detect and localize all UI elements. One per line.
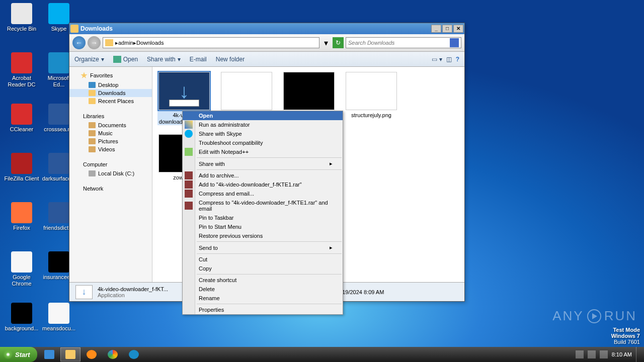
taskbar-wmp[interactable] xyxy=(82,347,102,361)
search-input[interactable] xyxy=(348,40,450,46)
status-date: 6/19/2024 8:09 AM xyxy=(338,289,458,295)
app-icon xyxy=(48,52,69,73)
folder-icon xyxy=(70,25,78,33)
sidebar-item-videos[interactable]: Videos xyxy=(69,145,152,153)
maximize-button[interactable]: □ xyxy=(442,25,452,33)
ctx-pintaskbar[interactable]: Pin to Taskbar xyxy=(183,213,343,222)
network-header[interactable]: Network xyxy=(69,185,152,194)
desktop-icon[interactable]: meansdocu... xyxy=(41,303,76,332)
app-icon xyxy=(11,202,32,223)
ctx-skype[interactable]: Share with Skype xyxy=(183,129,343,138)
pictures-icon xyxy=(89,138,96,144)
file-icon: ↓ xyxy=(75,285,93,299)
taskbar-edge[interactable] xyxy=(124,347,144,361)
ctx-addarchive[interactable]: Add to archive... xyxy=(183,171,343,180)
preview-pane-button[interactable]: ◫ xyxy=(446,56,452,63)
address-dropdown[interactable]: ▾ xyxy=(321,38,331,48)
ctx-troubleshoot[interactable]: Troubleshoot compatibility xyxy=(183,138,343,147)
sidebar-item-localdisk[interactable]: Local Disk (C:) xyxy=(69,169,152,177)
ctx-runas[interactable]: Run as administrator xyxy=(183,120,343,129)
thumbnail xyxy=(346,72,397,110)
app-icon xyxy=(11,52,32,73)
ctx-cut[interactable]: Cut xyxy=(183,255,343,264)
help-button[interactable]: ? xyxy=(456,56,459,63)
desktop-icon[interactable]: Firefox xyxy=(4,202,39,231)
desktop-icon[interactable]: CCleaner xyxy=(4,104,39,133)
back-button[interactable]: ← xyxy=(72,36,86,49)
taskbar-chrome[interactable] xyxy=(103,347,123,361)
favorites-header[interactable]: Favorites xyxy=(69,71,152,81)
icon-label: FileZilla Client xyxy=(4,175,39,182)
search-icon[interactable] xyxy=(450,38,459,47)
app-icon xyxy=(11,3,32,24)
ctx-sendto[interactable]: Send to▸ xyxy=(183,243,343,252)
open-button[interactable]: Open xyxy=(113,56,138,63)
ctx-properties[interactable]: Properties xyxy=(183,305,343,314)
start-button[interactable]: Start xyxy=(0,347,37,362)
ctx-sharewith[interactable]: Share with▸ xyxy=(183,159,343,168)
app-icon xyxy=(11,104,32,125)
libraries-header[interactable]: Libraries xyxy=(69,112,152,121)
sidebar-item-music[interactable]: Music xyxy=(69,129,152,137)
desktop-icon[interactable]: Google Chrome xyxy=(4,251,39,287)
ctx-notepad[interactable]: Edit with Notepad++ xyxy=(183,147,343,156)
app-icon xyxy=(11,251,32,273)
sidebar-item-downloads[interactable]: Downloads xyxy=(69,89,152,97)
breadcrumb[interactable]: admin xyxy=(118,40,133,46)
thumbnail xyxy=(158,72,210,110)
desktop-icon[interactable]: FileZilla Client xyxy=(4,153,39,182)
open-icon xyxy=(113,56,121,63)
taskbar-explorer[interactable] xyxy=(60,347,80,361)
icon-label: Google Chrome xyxy=(4,274,39,287)
desktop-icon[interactable]: Recycle Bin xyxy=(4,3,39,32)
icon-label: Firefox xyxy=(4,225,39,231)
sidebar-item-recent[interactable]: Recent Places xyxy=(69,97,152,105)
breadcrumb[interactable]: Downloads xyxy=(136,40,164,46)
icon-label: CCleaner xyxy=(4,126,39,133)
sidebar-item-pictures[interactable]: Pictures xyxy=(69,137,152,145)
thumbnail xyxy=(283,72,335,110)
refresh-button[interactable]: ↻ xyxy=(333,37,344,48)
ctx-compressemail[interactable]: Compress and email... xyxy=(183,189,343,198)
ctx-compressto[interactable]: Compress to "4k-video-downloader_f-fKTE1… xyxy=(183,198,343,213)
search-box[interactable] xyxy=(346,37,461,48)
thumbnail xyxy=(221,72,272,110)
tray-network-icon[interactable] xyxy=(588,350,596,358)
sidebar-item-documents[interactable]: Documents xyxy=(69,121,152,129)
skype-icon xyxy=(185,130,193,138)
organize-menu[interactable]: Organize ▾ xyxy=(74,56,104,63)
ctx-pinstart[interactable]: Pin to Start Menu xyxy=(183,222,343,231)
tray-flag-icon[interactable] xyxy=(600,350,608,358)
ctx-shortcut[interactable]: Create shortcut xyxy=(183,276,343,285)
icon-label: meansdocu... xyxy=(41,325,76,332)
anyrun-watermark: ANYRUN xyxy=(552,308,637,324)
winrar-icon xyxy=(185,190,193,198)
file-item[interactable]: structurejuly.png xyxy=(345,72,398,125)
show-desktop-button[interactable] xyxy=(636,347,642,362)
ctx-addrar[interactable]: Add to "4k-video-downloader_f-fKTE1.rar" xyxy=(183,180,343,189)
titlebar[interactable]: Downloads _ □ ✕ xyxy=(69,23,464,34)
folder-icon xyxy=(89,98,96,104)
minimize-button[interactable]: _ xyxy=(431,25,441,33)
sidebar-item-desktop[interactable]: Desktop xyxy=(69,81,152,89)
forward-button[interactable]: → xyxy=(88,36,101,49)
navbar: ← → ▸ admin ▸ Downloads ▾ ↻ xyxy=(69,34,464,52)
close-button[interactable]: ✕ xyxy=(453,25,463,33)
ctx-restore[interactable]: Restore previous versions xyxy=(183,231,343,240)
email-button[interactable]: E-mail xyxy=(190,56,207,63)
desktop-icon[interactable]: Acrobat Reader DC xyxy=(4,52,39,88)
desktop-icon[interactable]: background... xyxy=(4,303,39,332)
newfolder-button[interactable]: New folder xyxy=(216,56,245,63)
address-bar[interactable]: ▸ admin ▸ Downloads xyxy=(103,37,319,48)
view-menu[interactable]: ▭ ▾ xyxy=(432,56,442,63)
ctx-delete[interactable]: Delete xyxy=(183,285,343,294)
ctx-copy[interactable]: Copy xyxy=(183,264,343,273)
ctx-rename[interactable]: Rename xyxy=(183,294,343,303)
share-menu[interactable]: Share with ▾ xyxy=(147,56,181,63)
app-icon xyxy=(11,303,32,324)
tray-speaker-icon[interactable] xyxy=(576,350,584,358)
ctx-open[interactable]: Open xyxy=(183,111,343,120)
clock[interactable]: 8:10 AM xyxy=(612,351,632,357)
taskbar-ie[interactable] xyxy=(39,347,59,361)
computer-header[interactable]: Computer xyxy=(69,160,152,169)
